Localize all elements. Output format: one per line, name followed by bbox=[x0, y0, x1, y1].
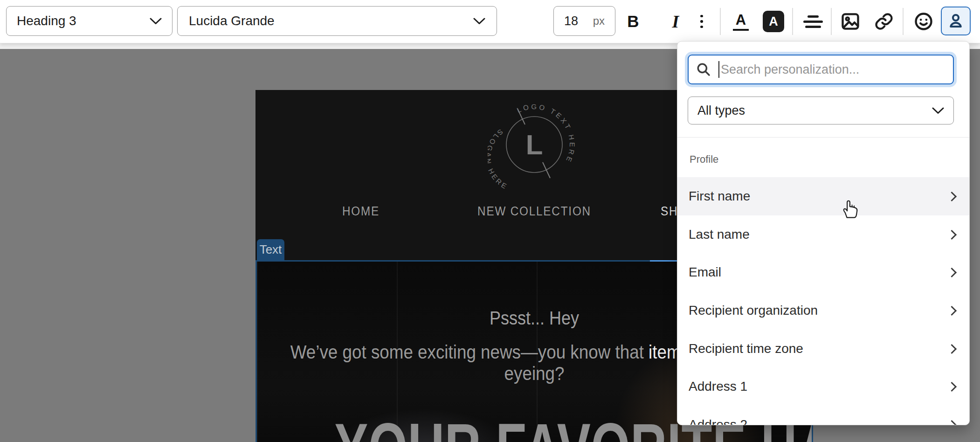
more-options-button[interactable] bbox=[688, 8, 715, 35]
emoji-smiley-icon bbox=[913, 11, 934, 32]
chevron-right-icon bbox=[947, 305, 957, 315]
toolbar-separator bbox=[792, 8, 793, 35]
svg-text:SLOGAN HERE: SLOGAN HERE bbox=[488, 128, 510, 191]
italic-icon: I bbox=[672, 11, 679, 32]
toolbar-separator bbox=[720, 8, 721, 35]
paragraph-style-value: Heading 3 bbox=[17, 14, 76, 28]
selected-block-tag[interactable]: Text bbox=[257, 239, 284, 260]
selection-border-top-highlight bbox=[650, 260, 677, 262]
personalization-search-input[interactable]: Search personalization... bbox=[688, 55, 954, 84]
hero-headline: YOUR FAVORITE HAS bbox=[335, 413, 734, 442]
chevron-right-icon bbox=[947, 344, 957, 353]
italic-button[interactable]: I bbox=[662, 8, 689, 35]
insert-image-button[interactable] bbox=[837, 8, 864, 35]
toolbar-separator bbox=[903, 8, 904, 35]
brand-logo-emblem: LOGO TEXT HERE SLOGAN HERE L bbox=[488, 98, 581, 191]
type-filter-value: All types bbox=[697, 104, 745, 118]
highlight-color-icon: A bbox=[763, 11, 784, 32]
chevron-right-icon bbox=[947, 191, 957, 201]
type-filter-dropdown[interactable]: All types bbox=[688, 97, 954, 124]
bold-icon: B bbox=[627, 12, 639, 31]
text-color-button[interactable]: A bbox=[727, 8, 754, 35]
highlight-color-button[interactable]: A bbox=[760, 8, 787, 35]
chevron-right-icon bbox=[947, 381, 957, 391]
svg-text:LOGO TEXT HERE: LOGO TEXT HERE bbox=[516, 103, 576, 165]
nav-item-home: HOME bbox=[342, 204, 380, 219]
logo-slash-bottom bbox=[543, 162, 550, 178]
person-icon bbox=[947, 12, 965, 30]
chevron-right-icon bbox=[947, 229, 957, 239]
chevron-down-icon bbox=[150, 18, 162, 25]
text-cursor-caret bbox=[718, 61, 719, 78]
text-color-icon: A bbox=[733, 13, 749, 31]
section-label-profile: Profile bbox=[690, 153, 718, 166]
search-icon bbox=[696, 62, 711, 77]
paragraph-style-dropdown[interactable]: Heading 3 bbox=[6, 6, 173, 36]
insert-emoji-button[interactable] bbox=[910, 8, 937, 35]
chevron-down-icon bbox=[473, 18, 485, 25]
search-placeholder: Search personalization... bbox=[721, 62, 859, 77]
selection-border-left bbox=[255, 260, 257, 442]
toolbar-separator bbox=[831, 8, 832, 35]
personalization-button-active[interactable] bbox=[941, 7, 971, 35]
bold-button[interactable]: B bbox=[620, 8, 647, 35]
link-icon bbox=[874, 12, 894, 31]
alignment-button[interactable] bbox=[800, 8, 827, 35]
chevron-right-icon bbox=[947, 420, 957, 425]
nav-item-new-collection: NEW COLLECTION bbox=[477, 204, 591, 219]
list-item-email[interactable]: Email bbox=[677, 253, 969, 291]
list-item-first-name[interactable]: First name bbox=[677, 177, 969, 215]
font-family-dropdown[interactable]: Lucida Grande bbox=[177, 6, 497, 36]
panel-divider bbox=[677, 137, 969, 138]
block-tag-label: Text bbox=[260, 242, 282, 257]
hero-paragraph-part1: We’ve got some exciting news—you know th… bbox=[290, 342, 649, 362]
hero-paragraph-part3: eyeing? bbox=[504, 363, 565, 384]
more-options-icon bbox=[700, 15, 703, 28]
font-size-unit: px bbox=[593, 14, 605, 28]
formatting-toolbar: Heading 3 Lucida Grande 18 px B I A A bbox=[0, 0, 980, 43]
chevron-right-icon bbox=[947, 267, 957, 277]
list-item-address-1[interactable]: Address 1 bbox=[677, 367, 969, 406]
insert-link-button[interactable] bbox=[870, 8, 897, 35]
logo-monogram: L bbox=[526, 129, 543, 160]
align-center-icon bbox=[803, 15, 823, 28]
chevron-down-icon bbox=[932, 107, 944, 114]
logo-bottom-arc-text: SLOGAN HERE bbox=[488, 128, 510, 191]
list-item-address-2[interactable]: Address 2 bbox=[677, 406, 969, 425]
logo-top-arc-text: LOGO TEXT HERE bbox=[516, 103, 576, 165]
list-item-recipient-time-zone[interactable]: Recipient time zone bbox=[677, 330, 969, 368]
font-size-field[interactable]: 18 px bbox=[553, 6, 615, 36]
font-family-value: Lucida Grande bbox=[189, 14, 275, 28]
list-item-last-name[interactable]: Last name bbox=[677, 215, 969, 254]
personalization-panel: Search personalization... All types Prof… bbox=[677, 41, 970, 425]
email-editor-app: LOGO TEXT HERE SLOGAN HERE L HOME NEW CO… bbox=[0, 0, 980, 442]
image-icon bbox=[840, 11, 861, 32]
list-item-recipient-organization[interactable]: Recipient organization bbox=[677, 291, 969, 330]
font-size-value: 18 bbox=[564, 14, 578, 28]
